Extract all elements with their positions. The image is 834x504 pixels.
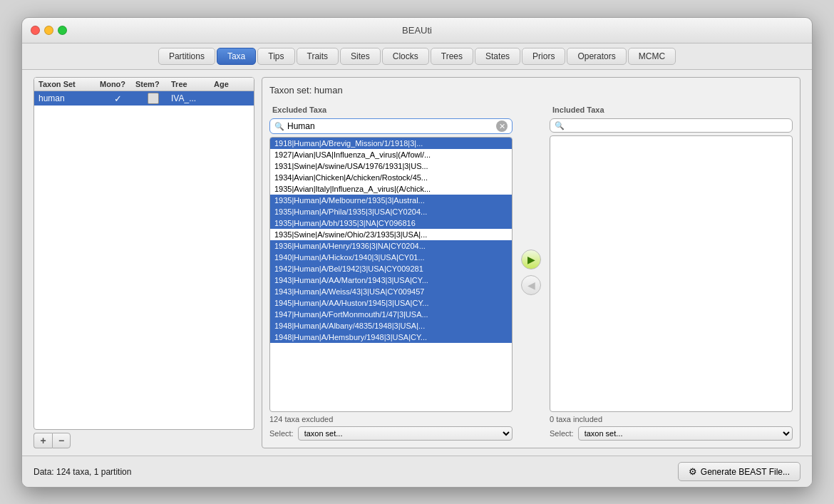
col-taxon-set: Taxon Set: [38, 80, 100, 88]
tab-clocks[interactable]: Clocks: [382, 48, 429, 65]
excluded-taxa-list[interactable]: 1918|Human|A/Brevig_Mission/1/1918|3|...…: [269, 137, 513, 412]
list-item[interactable]: 1935|Avian|Italy|Influenza_A_virus|(A/ch…: [270, 183, 512, 195]
close-button[interactable]: [31, 26, 40, 35]
gear-icon: ⚙: [689, 466, 697, 477]
included-search-input[interactable]: [567, 120, 788, 130]
list-item[interactable]: 1936|Human|A/Henry/1936|3|NA|CY0204...: [270, 240, 512, 252]
tab-states[interactable]: States: [475, 48, 520, 65]
tab-sites[interactable]: Sites: [340, 48, 381, 65]
row-name: human: [38, 93, 100, 103]
included-select-label: Select:: [550, 429, 574, 438]
tab-mcmc[interactable]: MCMC: [628, 48, 676, 65]
maximize-button[interactable]: [58, 26, 67, 35]
list-item[interactable]: 1934|Avian|Chicken|A/chicken/Rostock/45.…: [270, 172, 512, 183]
arrow-panel: ▶ ◀: [518, 104, 544, 441]
titlebar: BEAUti: [22, 18, 812, 43]
table-body: human ✓ IVA_...: [34, 91, 254, 423]
main-content: Taxon Set Mono? Stem? Tree Age human ✓ I…: [22, 70, 812, 456]
list-item[interactable]: 1947|Human|A/FortMonmouth/1/47|3|USA...: [270, 309, 512, 320]
list-item[interactable]: 1935|Swine|A/swine/Ohio/23/1935|3|USA|..…: [270, 229, 512, 240]
row-stem-checkbox[interactable]: [148, 93, 159, 104]
taxa-panels: Excluded Taxa 🔍 ✕ 1918|Human|A/Brevig_Mi…: [269, 104, 793, 441]
minimize-button[interactable]: [44, 26, 53, 35]
list-item[interactable]: 1918|Human|A/Brevig_Mission/1/1918|3|...: [270, 138, 512, 149]
excluded-panel: Excluded Taxa 🔍 ✕ 1918|Human|A/Brevig_Mi…: [269, 104, 513, 441]
list-item[interactable]: 1942|Human|A/Bel/1942|3|USA|CY009281: [270, 263, 512, 274]
row-tree: IVA_...: [171, 93, 214, 103]
list-item[interactable]: 1943|Human|A/Weiss/43|3|USA|CY009457: [270, 286, 512, 297]
excluded-label: Excluded Taxa: [269, 104, 513, 115]
search-icon-included: 🔍: [555, 121, 565, 130]
tab-partitions[interactable]: Partitions: [158, 48, 215, 65]
window-controls[interactable]: [31, 26, 67, 35]
search-icon: 🔍: [274, 122, 284, 131]
list-item[interactable]: 1935|Human|A/Phila/1935|3|USA|CY0204...: [270, 206, 512, 217]
main-area: Taxon Set Mono? Stem? Tree Age human ✓ I…: [34, 77, 800, 448]
excluded-count: 124 taxa excluded: [269, 415, 513, 423]
taxon-set-title: Taxon set: human: [269, 85, 793, 96]
window-title: BEAUti: [402, 25, 432, 36]
included-search-box: 🔍: [550, 118, 793, 133]
list-item[interactable]: 1948|Human|A/Hemsbury/1948|3|USA|CY...: [270, 331, 512, 343]
table-header: Taxon Set Mono? Stem? Tree Age: [34, 78, 254, 91]
list-item[interactable]: 1935|Human|A/Melbourne/1935|3|Austral...: [270, 195, 512, 206]
excluded-select-label: Select:: [269, 429, 294, 438]
tab-tips[interactable]: Tips: [257, 48, 294, 65]
tab-taxa[interactable]: Taxa: [217, 48, 256, 65]
list-item[interactable]: 1943|Human|A/AA/Marton/1943|3|USA|CY...: [270, 274, 512, 286]
left-panel: Taxon Set Mono? Stem? Tree Age human ✓ I…: [34, 77, 254, 448]
col-stem: Stem?: [135, 80, 171, 88]
move-left-button[interactable]: ◀: [521, 275, 541, 295]
excluded-search-input[interactable]: [287, 121, 493, 131]
move-right-button[interactable]: ▶: [521, 250, 541, 269]
tab-traits[interactable]: Traits: [297, 48, 339, 65]
clear-search-button[interactable]: ✕: [496, 120, 508, 132]
tab-bar: Partitions Taxa Tips Traits Sites Clocks…: [22, 43, 812, 70]
col-mono: Mono?: [100, 80, 135, 88]
add-taxon-set-button[interactable]: +: [34, 433, 52, 448]
tab-trees[interactable]: Trees: [431, 48, 473, 65]
remove-taxon-set-button[interactable]: −: [52, 433, 71, 448]
included-select-row: Select: taxon set...: [550, 426, 793, 441]
data-info: Data: 124 taxa, 1 partition: [34, 467, 131, 477]
list-item[interactable]: 1931|Swine|A/swine/USA/1976/1931|3|US...: [270, 160, 512, 172]
included-taxa-list[interactable]: [550, 135, 793, 412]
list-item[interactable]: 1945|Human|A/AA/Huston/1945|3|USA|CY...: [270, 297, 512, 309]
list-item[interactable]: 1935|Human|A/bh/1935|3|NA|CY096816: [270, 217, 512, 229]
included-panel: Included Taxa 🔍 0 taxa included Select: …: [550, 104, 793, 441]
list-item[interactable]: 1927|Avian|USA|Influenza_A_virus|(A/fowl…: [270, 149, 512, 160]
taxon-table: Taxon Set Mono? Stem? Tree Age human ✓ I…: [34, 77, 254, 430]
tab-operators[interactable]: Operators: [567, 48, 626, 65]
excluded-select[interactable]: taxon set...: [298, 426, 513, 441]
included-label: Included Taxa: [550, 104, 793, 115]
excluded-select-row: Select: taxon set...: [269, 426, 513, 441]
add-remove-buttons: + −: [34, 433, 254, 448]
col-tree: Tree: [171, 80, 214, 88]
excluded-search-box: 🔍 ✕: [269, 118, 513, 134]
generate-beast-file-button[interactable]: ⚙ Generate BEAST File...: [678, 462, 800, 481]
status-bar: Data: 124 taxa, 1 partition ⚙ Generate B…: [22, 456, 812, 487]
generate-label: Generate BEAST File...: [701, 467, 790, 477]
row-mono: ✓: [100, 93, 135, 104]
list-item[interactable]: 1940|Human|A/Hickox/1940|3|USA|CY01...: [270, 252, 512, 263]
right-panel: Taxon set: human Excluded Taxa 🔍 ✕ 1918|…: [262, 77, 800, 448]
col-age: Age: [214, 80, 249, 88]
table-row[interactable]: human ✓ IVA_...: [34, 91, 254, 106]
list-item[interactable]: 1948|Human|A/Albany/4835/1948|3|USA|...: [270, 320, 512, 331]
included-count: 0 taxa included: [550, 415, 793, 423]
tab-priors[interactable]: Priors: [522, 48, 565, 65]
included-select[interactable]: taxon set...: [578, 426, 793, 441]
